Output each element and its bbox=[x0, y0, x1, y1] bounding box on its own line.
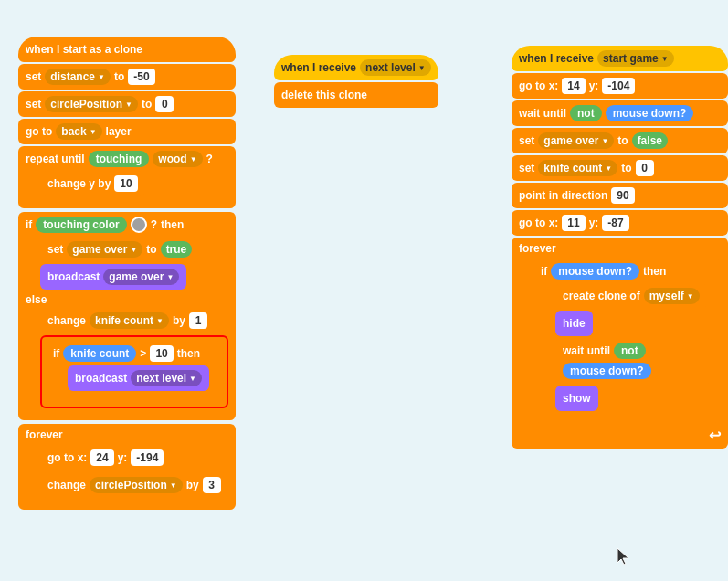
circlepos-value[interactable]: 0 bbox=[155, 96, 174, 112]
start-game-dropdown[interactable]: start game bbox=[597, 50, 674, 67]
when-receive-next-level-block[interactable]: when I receive next level bbox=[274, 55, 438, 80]
right-forever-label: forever bbox=[519, 242, 556, 255]
set2-label: set bbox=[26, 98, 41, 111]
false-value: false bbox=[632, 132, 668, 149]
right-game-over-dropdown[interactable]: game over bbox=[538, 132, 614, 149]
set3-label: set bbox=[47, 243, 63, 256]
if-label: if bbox=[26, 218, 32, 231]
right-set-label: set bbox=[519, 134, 534, 147]
left-column-group: when I start as a clone set distance to … bbox=[18, 37, 236, 510]
question2: ? bbox=[151, 218, 157, 231]
change-y-label: change y by bbox=[47, 177, 111, 190]
right-goto2-block[interactable]: go to x: 11 y: -87 bbox=[512, 210, 728, 236]
change-circlepos-block[interactable]: change circlePosition by 3 bbox=[40, 472, 228, 498]
if-mouse-down-block[interactable]: if mouse down? then create clone of myse… bbox=[533, 259, 721, 423]
knife-count-dropdown[interactable]: knife count bbox=[90, 312, 169, 329]
set-distance-block[interactable]: set distance to -50 bbox=[18, 64, 236, 90]
forever-block-right[interactable]: forever if mouse down? then create clone… bbox=[512, 238, 728, 449]
forever-label: forever bbox=[26, 428, 63, 441]
if-knife-count-selected: if knife count > 10 then broadcast next … bbox=[40, 335, 228, 408]
wait2-label: wait until bbox=[563, 344, 610, 357]
right-y2-label: y: bbox=[589, 217, 599, 229]
repeat-label: repeat until bbox=[26, 153, 85, 165]
set-label: set bbox=[26, 70, 41, 83]
when-start-clone-block[interactable]: when I start as a clone bbox=[18, 37, 236, 62]
by2-value[interactable]: 3 bbox=[203, 477, 221, 493]
goto-back-block[interactable]: go to back layer bbox=[18, 119, 236, 144]
mouse-cursor bbox=[617, 548, 630, 565]
right-when-receive-label: when I receive bbox=[519, 52, 594, 65]
if-knife-count-block[interactable]: if knife count > 10 then broadcast next … bbox=[46, 341, 223, 403]
goto-label: go to bbox=[26, 125, 52, 138]
when-receive-start-game-block[interactable]: when I receive start game bbox=[512, 46, 728, 71]
right-x-value[interactable]: 14 bbox=[562, 78, 585, 94]
create-label: create clone of bbox=[563, 290, 640, 302]
circlepos-dropdown[interactable]: circlePosition bbox=[45, 96, 138, 112]
point-direction-block[interactable]: point in direction 90 bbox=[512, 183, 728, 208]
right-y-value[interactable]: -104 bbox=[602, 78, 635, 94]
y-value[interactable]: -194 bbox=[131, 449, 164, 466]
right-knife-count-dropdown[interactable]: knife count bbox=[538, 160, 617, 176]
if-touching-color-block[interactable]: if touching color ? then set game over t… bbox=[18, 212, 236, 420]
right-goto-block[interactable]: go to x: 14 y: -104 bbox=[512, 73, 728, 99]
by2-label: by bbox=[186, 479, 199, 491]
distance-dropdown[interactable]: distance bbox=[45, 69, 111, 85]
right-goto2-label: go to x: bbox=[519, 217, 558, 229]
layer-label: layer bbox=[106, 125, 132, 138]
val10[interactable]: 10 bbox=[150, 345, 173, 362]
forever-block-left[interactable]: forever go to x: 24 y: -194 change circl… bbox=[18, 424, 236, 510]
right-x2-value[interactable]: 11 bbox=[562, 215, 585, 231]
change-y-block[interactable]: change y by 10 bbox=[40, 171, 145, 196]
create-clone-block[interactable]: create clone of myself bbox=[555, 283, 707, 309]
right-set2-label: set bbox=[519, 162, 534, 174]
by-value[interactable]: 1 bbox=[189, 312, 207, 329]
myself-dropdown[interactable]: myself bbox=[644, 288, 700, 304]
distance-value[interactable]: -50 bbox=[128, 69, 154, 85]
direction-value[interactable]: 90 bbox=[611, 187, 634, 204]
set-circlepos-block[interactable]: set circlePosition to 0 bbox=[18, 91, 236, 117]
middle-column-group: when I receive next level delete this cl… bbox=[274, 55, 438, 108]
set-game-over-true-block[interactable]: set game over to true bbox=[40, 237, 199, 262]
color-swatch[interactable] bbox=[131, 217, 147, 233]
wait-until-block[interactable]: wait until not mouse down? bbox=[512, 100, 728, 126]
next-level-dropdown[interactable]: next level bbox=[360, 59, 431, 76]
y-label: y: bbox=[118, 451, 128, 464]
back-dropdown[interactable]: back bbox=[56, 123, 101, 140]
next-level-msg-dropdown[interactable]: next level bbox=[131, 370, 202, 386]
delete-label: delete this clone bbox=[281, 89, 367, 101]
goto2-label: go to x: bbox=[47, 451, 87, 464]
delete-clone-block[interactable]: delete this clone bbox=[274, 82, 438, 108]
broadcast-next-level-block[interactable]: broadcast next level bbox=[68, 365, 209, 391]
show-block[interactable]: show bbox=[555, 386, 598, 411]
right-column-group: when I receive start game go to x: 14 y:… bbox=[512, 46, 728, 449]
touching-label: touching bbox=[89, 151, 150, 167]
goto-xy-block[interactable]: go to x: 24 y: -194 bbox=[40, 445, 171, 470]
wait-until2-block[interactable]: wait until not mouse down? bbox=[555, 338, 713, 384]
knife-count-value[interactable]: 0 bbox=[636, 160, 654, 176]
touching-color-condition: touching color bbox=[36, 217, 126, 233]
game-over-dropdown[interactable]: game over bbox=[67, 241, 142, 258]
when-start-clone-label: when I start as a clone bbox=[26, 43, 142, 56]
broadcast2-label: broadcast bbox=[75, 372, 127, 385]
by-label: by bbox=[173, 314, 185, 327]
change-knife-count-block[interactable]: change knife count by 1 bbox=[40, 308, 215, 333]
change-y-value[interactable]: 10 bbox=[114, 175, 137, 192]
wood-dropdown[interactable]: wood bbox=[153, 151, 202, 167]
hide-label: hide bbox=[563, 317, 586, 330]
to-label: to bbox=[114, 70, 124, 83]
true-value: true bbox=[161, 241, 193, 258]
circlepos2-dropdown[interactable]: circlePosition bbox=[90, 477, 183, 493]
right-y2-value[interactable]: -87 bbox=[602, 215, 628, 231]
right-goto-label: go to x: bbox=[519, 79, 558, 92]
repeat-until-block[interactable]: repeat until touching wood ? change y by… bbox=[18, 146, 236, 208]
hide-block[interactable]: hide bbox=[555, 311, 593, 336]
x-value[interactable]: 24 bbox=[90, 449, 113, 466]
point-label: point in direction bbox=[519, 189, 607, 202]
else-label: else bbox=[26, 293, 47, 306]
set-knife-count-block[interactable]: set knife count to 0 bbox=[512, 155, 728, 181]
broadcast-game-over-block[interactable]: broadcast game over bbox=[40, 264, 186, 290]
change-label: change bbox=[47, 314, 86, 327]
game-over-msg-dropdown[interactable]: game over bbox=[103, 269, 179, 285]
set-game-over-false-block[interactable]: set game over to false bbox=[512, 128, 728, 153]
mouse-down-label: mouse down? bbox=[606, 105, 694, 121]
